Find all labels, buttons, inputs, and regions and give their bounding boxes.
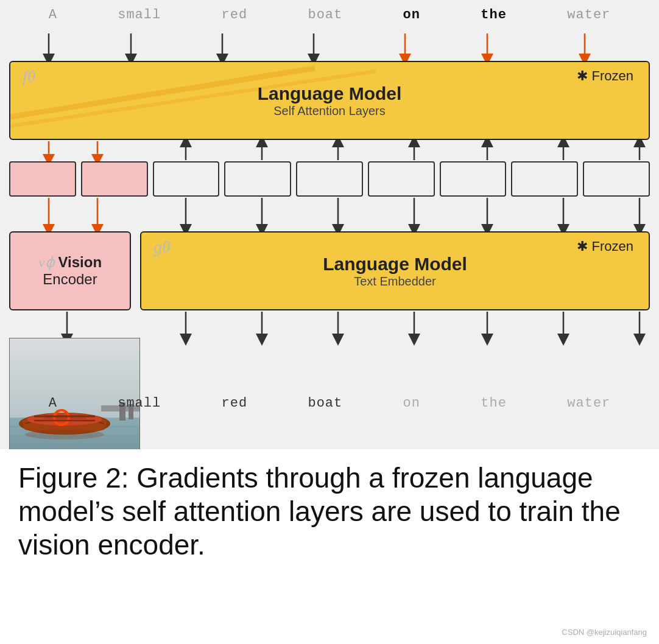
lm-bottom-title: Language Model: [323, 254, 467, 275]
token-box-3: [153, 161, 220, 197]
lm-top-subtitle: Self Attention Layers: [258, 104, 402, 118]
bottom-token-water: water: [567, 396, 610, 411]
bottom-token-the: the: [481, 396, 507, 411]
token-boxes-row: [9, 161, 650, 197]
f-theta-label: fθ: [23, 67, 36, 86]
caption-text: Figure 2: Gradients through a frozen lan…: [18, 461, 641, 562]
lm-top-title: Language Model: [258, 83, 402, 104]
v-phi-label: vϕ: [38, 254, 55, 271]
g-theta-label: gθ: [153, 237, 171, 257]
bottom-token-a: A: [49, 396, 57, 411]
top-token-a: A: [49, 7, 57, 23]
top-token-water: water: [567, 7, 610, 23]
top-token-the: the: [481, 7, 507, 23]
top-token-small: small: [118, 7, 161, 23]
watermark: CSDN @kejizuiqianfang: [562, 628, 647, 637]
top-token-boat: boat: [308, 7, 342, 23]
token-box-7: [440, 161, 507, 197]
bottom-token-row: A small red boat on the water: [0, 396, 659, 411]
token-box-6: [368, 161, 435, 197]
bottom-token-boat: boat: [308, 396, 342, 411]
lm-top-box: fθ ✱ Frozen Language Model Self Attentio…: [9, 61, 650, 140]
token-box-5: [296, 161, 363, 197]
top-token-on: on: [403, 7, 420, 23]
lm-bottom-box: gθ ✱ Frozen Language Model Text Embedder: [140, 231, 650, 310]
bottom-token-small: small: [118, 396, 161, 411]
token-box-4: [224, 161, 291, 197]
vision-encoder-subtitle: Encoder: [38, 271, 102, 288]
top-token-row: A small red boat on the water: [0, 7, 659, 23]
token-box-1: [9, 161, 76, 197]
token-box-8: [511, 161, 578, 197]
lm-bottom-frozen: ✱ Frozen: [577, 239, 633, 254]
vision-encoder-title: Vision: [58, 254, 102, 271]
vision-encoder-box: vϕ Vision Encoder: [9, 231, 131, 310]
main-container: A small red boat on the water fθ ✱ Froze…: [0, 0, 659, 644]
bottom-token-red: red: [222, 396, 248, 411]
top-token-red: red: [222, 7, 248, 23]
lm-top-frozen: ✱ Frozen: [577, 68, 633, 84]
caption-area: Figure 2: Gradients through a frozen lan…: [0, 449, 659, 644]
token-box-9: [583, 161, 650, 197]
bottom-token-on: on: [403, 396, 420, 411]
lm-bottom-subtitle: Text Embedder: [323, 275, 467, 289]
token-box-2: [81, 161, 148, 197]
svg-point-55: [25, 430, 104, 439]
